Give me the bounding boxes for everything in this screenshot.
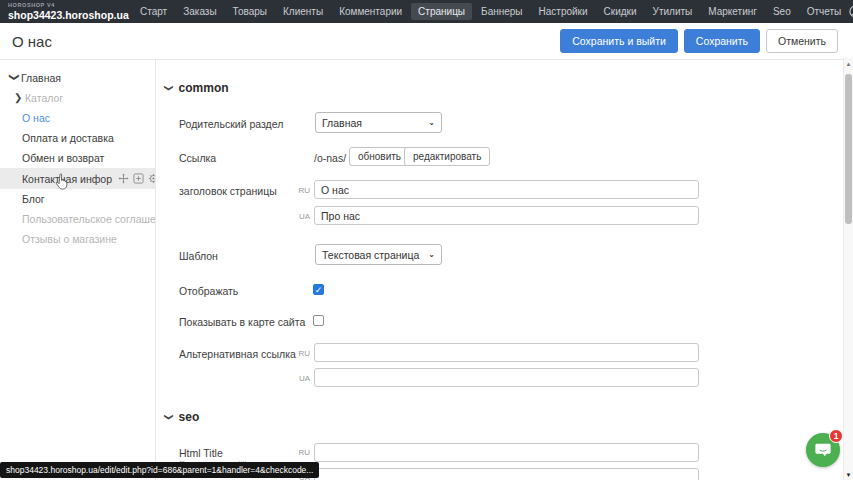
tree-item[interactable]: Обмен и возврат: [0, 148, 155, 168]
scroll-up-icon[interactable]: ▲: [844, 61, 853, 67]
pages-tree-sidebar: ❯Главная❯КаталогО насОплата и доставкаОб…: [0, 60, 156, 480]
status-url-tooltip: shop34423.horoshop.ua/edit/edit.php?id=6…: [0, 462, 319, 478]
page-title-label: заголовок страницы: [179, 185, 277, 197]
chevron-down-icon: ❯: [164, 84, 174, 92]
settings-gear-icon[interactable]: [148, 173, 155, 184]
tree-item[interactable]: Пользовательское соглашение: [0, 209, 155, 229]
topbar-menu-item[interactable]: Страницы: [411, 3, 472, 20]
alt-link-label: Альтернативная ссылка: [179, 348, 296, 360]
topbar-menu-item[interactable]: Seo: [766, 3, 798, 20]
page-header: О нас Сохранить и выйти Сохранить Отмени…: [0, 23, 853, 60]
chevron-down-icon: ❯: [164, 413, 174, 421]
topbar-menu: СтартЗаказыТоварыКлиентыКомментарииСтран…: [132, 3, 849, 20]
parent-section-value: Главная: [322, 117, 362, 129]
vertical-scrollbar[interactable]: ▲ ▼: [843, 58, 853, 480]
page-title-ru-input[interactable]: [314, 180, 699, 199]
topbar-menu-item[interactable]: Комментарии: [332, 3, 409, 20]
scroll-down-icon[interactable]: ▼: [844, 472, 853, 478]
cancel-button[interactable]: Отменить: [766, 29, 838, 53]
display-label: Отображать: [179, 285, 238, 297]
topbar-menu-item[interactable]: Отчеты: [800, 3, 849, 20]
html-title-ua-input[interactable]: [314, 468, 699, 480]
topbar-menu-item[interactable]: Скидки: [597, 3, 644, 20]
add-page-icon[interactable]: [133, 173, 144, 184]
topbar-menu-item[interactable]: Баннеры: [474, 3, 529, 20]
brand-logo[interactable]: HOROSHOP V4 shop34423.horoshop.ua: [8, 3, 120, 20]
chevron-down-icon: ⌄: [428, 118, 435, 127]
tree-item[interactable]: ❯Главная: [0, 68, 155, 88]
sitemap-label: Показывать в карте сайта: [179, 316, 305, 328]
tree-item-label: Каталог: [25, 92, 63, 104]
section-common-title: common: [179, 81, 229, 95]
section-seo-title: seo: [179, 410, 200, 424]
topbar-menu-item[interactable]: Заказы: [176, 3, 223, 20]
tree-item[interactable]: ❯Каталог: [0, 88, 155, 108]
section-seo-header[interactable]: ❯ seo: [165, 410, 199, 424]
ru-badge: RU: [298, 186, 310, 195]
template-value: Текстовая страница: [322, 249, 419, 261]
tree-item-label: Контактная инфор: [22, 173, 112, 185]
sitemap-checkbox[interactable]: [313, 315, 324, 326]
chevron-right-icon[interactable]: ❯: [14, 93, 22, 103]
template-label: Шаблон: [179, 250, 218, 262]
ru-badge: RU: [298, 448, 310, 457]
brand-domain: shop34423.horoshop.ua: [8, 10, 120, 21]
admin-screen: HOROSHOP V4 shop34423.horoshop.ua СтартЗ…: [0, 0, 853, 480]
topbar: HOROSHOP V4 shop34423.horoshop.ua СтартЗ…: [0, 0, 853, 23]
topbar-menu-item[interactable]: Утилиты: [646, 3, 700, 20]
chevron-down-icon: ⌄: [428, 250, 435, 259]
tree-item-label: Отзывы о магазине: [22, 233, 117, 245]
save-exit-button[interactable]: Сохранить и выйти: [560, 29, 678, 53]
display-checkbox[interactable]: ✓: [313, 284, 324, 295]
html-title-ru-input[interactable]: [314, 443, 699, 462]
topbar-icons: [849, 5, 853, 18]
link-value: /o-nas/: [314, 152, 346, 164]
tree-item[interactable]: Отзывы о магазине: [0, 229, 155, 249]
parent-section-label: Родительский раздел: [179, 118, 283, 130]
tree-item-label: Пользовательское соглашение: [22, 213, 155, 225]
save-button[interactable]: Сохранить: [684, 29, 760, 53]
tree-item-label: Главная: [21, 72, 61, 84]
alt-link-ru-input[interactable]: [314, 343, 699, 362]
tree-item-label: Оплата и доставка: [22, 132, 114, 144]
page-title: О нас: [12, 33, 52, 50]
link-label: Ссылка: [179, 152, 216, 164]
tree-item[interactable]: Оплата и доставка: [0, 128, 155, 148]
header-buttons: Сохранить и выйти Сохранить Отменить: [560, 29, 838, 53]
ru-badge: RU: [298, 349, 310, 358]
scrollbar-thumb[interactable]: [845, 74, 852, 224]
ua-badge: UA: [298, 374, 310, 383]
page-edit-form: ❯ common Родительский раздел Главная ⌄ С…: [157, 60, 843, 480]
tree-row-actions: [118, 173, 155, 184]
section-common-header[interactable]: ❯ common: [165, 81, 229, 95]
tree-item-label: Обмен и возврат: [22, 152, 104, 164]
template-select[interactable]: Текстовая страница ⌄: [315, 244, 442, 265]
brand-version: HOROSHOP V4: [8, 3, 120, 9]
account-icon[interactable]: [849, 5, 853, 18]
ua-badge: UA: [298, 212, 310, 221]
tree-item[interactable]: О нас: [0, 108, 155, 128]
topbar-menu-item[interactable]: Клиенты: [276, 3, 330, 20]
topbar-menu-item[interactable]: Товары: [226, 3, 274, 20]
tree-item-label: О нас: [22, 112, 50, 124]
move-icon[interactable]: [118, 173, 129, 184]
topbar-menu-item[interactable]: Маркетинг: [701, 3, 764, 20]
chat-widget-button[interactable]: 1: [806, 433, 840, 467]
alt-link-ua-input[interactable]: [314, 368, 699, 387]
chat-notification-badge: 1: [829, 429, 843, 443]
page-title-ua-input[interactable]: [314, 206, 699, 225]
tree-item[interactable]: Контактная инфор: [0, 168, 155, 189]
topbar-menu-item[interactable]: Настройки: [532, 3, 595, 20]
tree-item[interactable]: Блог: [0, 189, 155, 209]
link-update-button[interactable]: обновить: [349, 147, 410, 166]
chevron-down-icon[interactable]: ❯: [9, 73, 19, 81]
tree-item-label: Блог: [22, 193, 45, 205]
html-title-label: Html Title: [179, 447, 223, 459]
link-edit-button[interactable]: редактировать: [404, 147, 490, 166]
topbar-menu-item[interactable]: Старт: [133, 3, 174, 20]
parent-section-select[interactable]: Главная ⌄: [315, 112, 442, 133]
